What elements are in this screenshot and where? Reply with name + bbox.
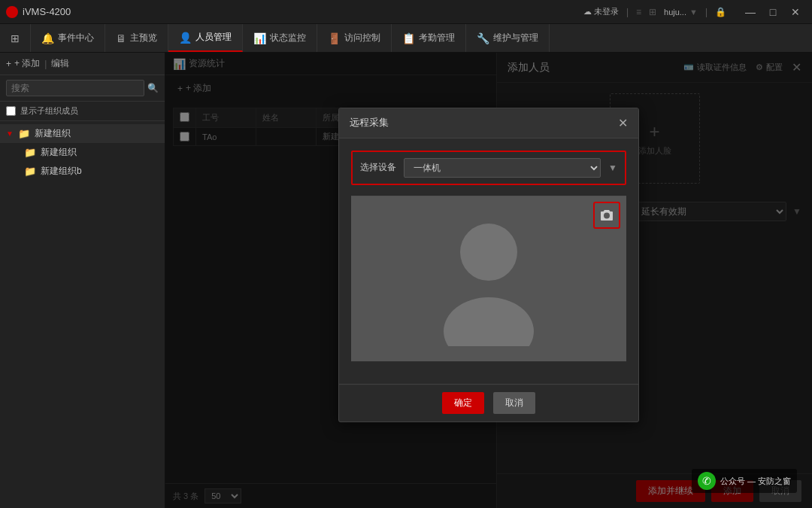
nav-apps[interactable]: ⊞ bbox=[0, 24, 31, 52]
wechat-icon: ✆ bbox=[698, 472, 716, 490]
attend-icon: 📋 bbox=[402, 32, 415, 44]
device-select-label: 选择设备 bbox=[360, 161, 396, 174]
tree-item-sub2[interactable]: 📁 新建组织b bbox=[18, 162, 165, 181]
plus-icon: + bbox=[6, 59, 11, 69]
camera-icon bbox=[600, 209, 614, 221]
dialog-title: 远程采集 bbox=[350, 116, 389, 129]
logo-icon bbox=[6, 6, 18, 18]
maximize-button[interactable]: □ bbox=[762, 2, 783, 23]
event-icon: 🔔 bbox=[41, 32, 54, 44]
access-icon: 🚪 bbox=[328, 32, 341, 44]
sidebar: + + 添加 | 编辑 🔍 显示子组织成员 ▼ 📁 新建组织 📁 bbox=[0, 53, 165, 508]
sidebar-search-area: 🔍 bbox=[0, 75, 165, 102]
tree-item-sub1[interactable]: 📁 新建组织 bbox=[18, 143, 165, 162]
tree-item-root[interactable]: ▼ 📁 新建组织 bbox=[0, 124, 165, 143]
dialog-confirm-button[interactable]: 确定 bbox=[442, 392, 484, 414]
close-button[interactable]: ✕ bbox=[785, 2, 806, 23]
content-area: 📊 资源统计 + + 添加 工号 姓名 所属组织 卡号 人脸 操作 bbox=[165, 53, 812, 508]
device-dropdown[interactable]: 一体机 摄像机 bbox=[404, 158, 601, 178]
sidebar-toolbar: + + 添加 | 编辑 bbox=[0, 53, 165, 75]
folder-icon: 📁 bbox=[18, 128, 30, 139]
lock-icon: 🔒 bbox=[715, 7, 726, 17]
search-input[interactable] bbox=[6, 80, 144, 96]
maintain-icon: 🔧 bbox=[477, 32, 489, 44]
nav-preview[interactable]: 🖥 主预览 bbox=[105, 24, 168, 52]
device-select-row: 选择设备 一体机 摄像机 ▼ bbox=[351, 151, 626, 185]
preview-icon: 🖥 bbox=[116, 32, 126, 44]
status-icon: 📊 bbox=[253, 32, 266, 44]
watermark: ✆ 公众号 — 安防之窗 bbox=[692, 469, 797, 493]
capture-photo-button[interactable] bbox=[593, 202, 620, 229]
app-title: iVMS-4200 bbox=[23, 6, 71, 17]
tree-sub-items: 📁 新建组织 📁 新建组织b bbox=[0, 143, 165, 181]
folder-icon: 📁 bbox=[24, 166, 36, 177]
dropdown-chevron-icon: ▼ bbox=[608, 163, 617, 173]
search-icon: 🔍 bbox=[147, 83, 159, 93]
folder-icon: 📁 bbox=[24, 147, 36, 158]
nav-bar: ⊞ 🔔 事件中心 🖥 主预览 👤 人员管理 📊 状态监控 🚪 访问控制 📋 考勤… bbox=[0, 24, 812, 53]
person-icon: 👤 bbox=[179, 32, 192, 44]
nav-access-control[interactable]: 🚪 访问控制 bbox=[317, 24, 392, 52]
dialog-close-button[interactable]: ✕ bbox=[618, 116, 628, 130]
apps-icon: ⊞ bbox=[11, 32, 20, 44]
show-members-checkbox[interactable] bbox=[6, 106, 16, 116]
remote-capture-dialog: 远程采集 ✕ 选择设备 一体机 摄像机 ▼ bbox=[338, 108, 639, 422]
org-tree: ▼ 📁 新建组织 📁 新建组织 📁 新建组织b bbox=[0, 121, 165, 184]
window-controls: — □ ✕ bbox=[740, 2, 806, 23]
title-bar-right: ☁ 未登录 | ≡ ⊞ huju... ▼ | 🔒 — □ ✕ bbox=[583, 2, 806, 23]
svg-point-0 bbox=[460, 224, 517, 281]
nav-attendance[interactable]: 📋 考勤管理 bbox=[392, 24, 466, 52]
nav-status-monitor[interactable]: 📊 状态监控 bbox=[243, 24, 317, 52]
dialog-header: 远程采集 ✕ bbox=[339, 108, 638, 138]
show-members-row: 显示子组织成员 bbox=[0, 102, 165, 121]
svg-point-1 bbox=[444, 297, 534, 346]
title-bar: iVMS-4200 ☁ 未登录 | ≡ ⊞ huju... ▼ | 🔒 — □ … bbox=[0, 0, 812, 24]
nav-person-management[interactable]: 👤 人员管理 bbox=[168, 24, 243, 52]
dialog-cancel-button[interactable]: 取消 bbox=[493, 392, 535, 414]
sidebar-edit-button[interactable]: 编辑 bbox=[51, 57, 69, 70]
sidebar-add-button[interactable]: + + 添加 bbox=[6, 57, 40, 70]
minimize-button[interactable]: — bbox=[740, 2, 761, 23]
nav-maintenance[interactable]: 🔧 维护与管理 bbox=[466, 24, 550, 52]
watermark-text: 公众号 — 安防之窗 bbox=[720, 476, 791, 487]
app-logo: iVMS-4200 bbox=[6, 6, 71, 18]
dialog-footer: 确定 取消 bbox=[339, 384, 638, 421]
user-info[interactable]: huju... ▼ bbox=[664, 8, 698, 17]
person-silhouette bbox=[436, 211, 541, 346]
cloud-status: ☁ 未登录 bbox=[583, 6, 619, 17]
nav-event-center[interactable]: 🔔 事件中心 bbox=[31, 24, 105, 52]
tree-arrow-icon: ▼ bbox=[6, 129, 14, 138]
main-layout: + + 添加 | 编辑 🔍 显示子组织成员 ▼ 📁 新建组织 📁 bbox=[0, 53, 812, 508]
photo-preview-area bbox=[351, 196, 626, 361]
dialog-body: 选择设备 一体机 摄像机 ▼ bbox=[339, 138, 638, 384]
